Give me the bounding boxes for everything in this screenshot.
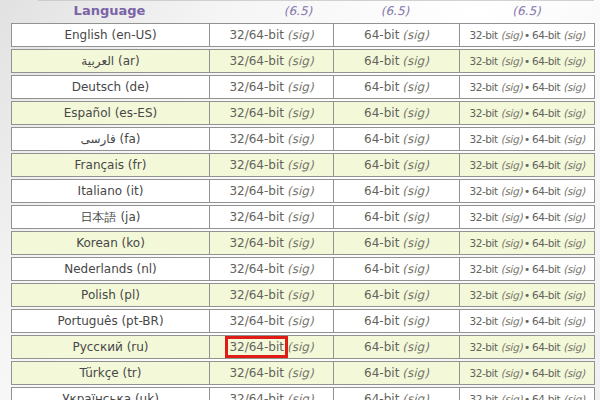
sig-link[interactable]: (sig) [287, 314, 314, 328]
download-32-64-bit-link[interactable]: 32/64-bit [229, 184, 284, 198]
sig-link[interactable]: (sig) [402, 28, 429, 42]
sig-link[interactable]: (sig) [501, 55, 522, 67]
download-64-bit-link[interactable]: 64-bit [364, 28, 399, 42]
download-64-bit-link[interactable]: 64-bit [364, 314, 399, 328]
download-64-bit-link[interactable]: 64-bit [532, 107, 560, 119]
download-64-bit-link[interactable]: 64-bit [532, 81, 560, 93]
sig-link[interactable]: (sig) [287, 392, 314, 400]
download-32-bit-link[interactable]: 32-bit [469, 315, 497, 327]
sig-link[interactable]: (sig) [501, 159, 522, 171]
download-32-64-bit-link[interactable]: 32/64-bit [229, 262, 284, 276]
download-32-64-bit-link[interactable]: 32/64-bit [229, 236, 284, 250]
sig-link[interactable]: (sig) [402, 158, 429, 172]
download-32-bit-link[interactable]: 32-bit [469, 289, 497, 301]
sig-link[interactable]: (sig) [402, 236, 429, 250]
sig-link[interactable]: (sig) [501, 367, 522, 379]
sig-link[interactable]: (sig) [501, 393, 522, 400]
sig-link[interactable]: (sig) [402, 80, 429, 94]
download-64-bit-link[interactable]: 64-bit [532, 263, 560, 275]
sig-link[interactable]: (sig) [501, 263, 522, 275]
sig-link[interactable]: (sig) [501, 341, 522, 353]
sig-link[interactable]: (sig) [563, 159, 584, 171]
download-64-bit-link[interactable]: 64-bit [364, 340, 399, 354]
sig-link[interactable]: (sig) [402, 288, 429, 302]
sig-link[interactable]: (sig) [501, 237, 522, 249]
sig-link[interactable]: (sig) [287, 184, 314, 198]
sig-link[interactable]: (sig) [402, 366, 429, 380]
download-64-bit-link[interactable]: 64-bit [364, 80, 399, 94]
download-64-bit-link[interactable]: 64-bit [364, 158, 399, 172]
sig-link[interactable]: (sig) [563, 211, 584, 223]
sig-link[interactable]: (sig) [563, 315, 584, 327]
download-64-bit-link[interactable]: 64-bit [364, 54, 399, 68]
sig-link[interactable]: (sig) [402, 314, 429, 328]
sig-link[interactable]: (sig) [563, 341, 584, 353]
download-32-64-bit-link[interactable]: 32/64-bit [229, 314, 284, 328]
download-64-bit-link[interactable]: 64-bit [364, 236, 399, 250]
sig-link[interactable]: (sig) [402, 106, 429, 120]
download-32-bit-link[interactable]: 32-bit [469, 107, 497, 119]
download-32-64-bit-link[interactable]: 32/64-bit [229, 340, 284, 354]
sig-link[interactable]: (sig) [402, 184, 429, 198]
sig-link[interactable]: (sig) [501, 81, 522, 93]
sig-link[interactable]: (sig) [287, 236, 314, 250]
download-32-bit-link[interactable]: 32-bit [469, 55, 497, 67]
download-64-bit-link[interactable]: 64-bit [532, 367, 560, 379]
download-32-bit-link[interactable]: 32-bit [469, 81, 497, 93]
download-64-bit-link[interactable]: 64-bit [364, 262, 399, 276]
sig-link[interactable]: (sig) [402, 132, 429, 146]
download-64-bit-link[interactable]: 64-bit [532, 315, 560, 327]
sig-link[interactable]: (sig) [563, 289, 584, 301]
sig-link[interactable]: (sig) [287, 366, 314, 380]
sig-link[interactable]: (sig) [501, 315, 522, 327]
download-32-bit-link[interactable]: 32-bit [469, 237, 497, 249]
sig-link[interactable]: (sig) [402, 340, 429, 354]
download-32-bit-link[interactable]: 32-bit [469, 159, 497, 171]
download-32-64-bit-link[interactable]: 32/64-bit [229, 392, 284, 400]
download-32-bit-link[interactable]: 32-bit [469, 263, 497, 275]
sig-link[interactable]: (sig) [287, 262, 314, 276]
sig-link[interactable]: (sig) [402, 262, 429, 276]
sig-link[interactable]: (sig) [563, 263, 584, 275]
download-32-64-bit-link[interactable]: 32/64-bit [229, 158, 284, 172]
sig-link[interactable]: (sig) [287, 288, 314, 302]
sig-link[interactable]: (sig) [501, 107, 522, 119]
download-32-64-bit-link[interactable]: 32/64-bit [229, 54, 284, 68]
sig-link[interactable]: (sig) [287, 80, 314, 94]
download-64-bit-link[interactable]: 64-bit [532, 341, 560, 353]
download-32-bit-link[interactable]: 32-bit [469, 211, 497, 223]
sig-link[interactable]: (sig) [563, 367, 584, 379]
download-64-bit-link[interactable]: 64-bit [532, 159, 560, 171]
sig-link[interactable]: (sig) [402, 210, 429, 224]
sig-link[interactable]: (sig) [563, 393, 584, 400]
sig-link[interactable]: (sig) [501, 133, 522, 145]
sig-link[interactable]: (sig) [287, 340, 314, 354]
sig-link[interactable]: (sig) [563, 81, 584, 93]
download-32-bit-link[interactable]: 32-bit [469, 29, 497, 41]
download-64-bit-link[interactable]: 64-bit [532, 289, 560, 301]
download-64-bit-link[interactable]: 64-bit [532, 211, 560, 223]
sig-link[interactable]: (sig) [563, 107, 584, 119]
download-64-bit-link[interactable]: 64-bit [532, 393, 560, 400]
download-64-bit-link[interactable]: 64-bit [364, 106, 399, 120]
download-64-bit-link[interactable]: 64-bit [532, 29, 560, 41]
download-64-bit-link[interactable]: 64-bit [364, 366, 399, 380]
download-64-bit-link[interactable]: 64-bit [364, 132, 399, 146]
download-32-64-bit-link[interactable]: 32/64-bit [229, 132, 284, 146]
download-64-bit-link[interactable]: 64-bit [364, 184, 399, 198]
sig-link[interactable]: (sig) [563, 29, 584, 41]
sig-link[interactable]: (sig) [563, 55, 584, 67]
download-32-64-bit-link[interactable]: 32/64-bit [229, 288, 284, 302]
download-64-bit-link[interactable]: 64-bit [532, 55, 560, 67]
sig-link[interactable]: (sig) [287, 106, 314, 120]
download-32-bit-link[interactable]: 32-bit [469, 185, 497, 197]
sig-link[interactable]: (sig) [501, 289, 522, 301]
download-32-bit-link[interactable]: 32-bit [469, 133, 497, 145]
download-32-64-bit-link[interactable]: 32/64-bit [229, 366, 284, 380]
sig-link[interactable]: (sig) [563, 133, 584, 145]
sig-link[interactable]: (sig) [287, 158, 314, 172]
sig-link[interactable]: (sig) [563, 237, 584, 249]
download-32-bit-link[interactable]: 32-bit [469, 393, 497, 400]
download-64-bit-link[interactable]: 64-bit [364, 392, 399, 400]
sig-link[interactable]: (sig) [402, 392, 429, 400]
